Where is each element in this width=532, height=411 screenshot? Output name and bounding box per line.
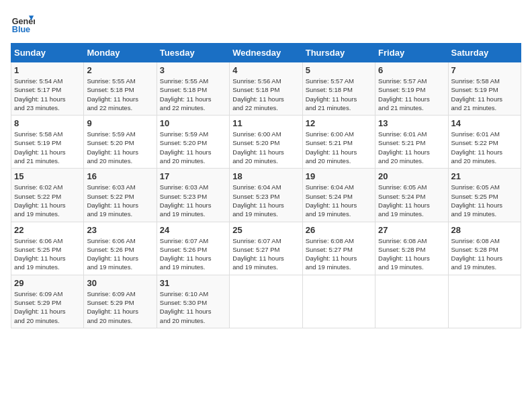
calendar-cell: 24Sunrise: 6:07 AMSunset: 5:26 PMDayligh… xyxy=(157,222,229,275)
day-number: 3 xyxy=(160,65,226,75)
calendar-week-4: 22Sunrise: 6:06 AMSunset: 5:25 PMDayligh… xyxy=(11,222,521,275)
calendar-week-5: 29Sunrise: 6:09 AMSunset: 5:29 PMDayligh… xyxy=(11,275,521,328)
day-number: 13 xyxy=(378,118,445,128)
day-number: 21 xyxy=(451,171,518,181)
day-number: 25 xyxy=(232,225,299,235)
day-info: Sunrise: 5:56 AMSunset: 5:18 PMDaylight:… xyxy=(232,77,299,112)
day-info: Sunrise: 6:09 AMSunset: 5:29 PMDaylight:… xyxy=(14,289,81,325)
day-number: 9 xyxy=(87,118,153,128)
day-number: 17 xyxy=(160,171,226,181)
day-number: 20 xyxy=(378,171,445,181)
day-info: Sunrise: 5:57 AMSunset: 5:18 PMDaylight:… xyxy=(306,77,372,112)
day-number: 12 xyxy=(306,118,372,128)
day-info: Sunrise: 6:00 AMSunset: 5:21 PMDaylight:… xyxy=(306,130,372,165)
day-number: 16 xyxy=(87,171,153,181)
calendar-cell: 4Sunrise: 5:56 AMSunset: 5:18 PMDaylight… xyxy=(230,62,302,116)
calendar-cell: 26Sunrise: 6:08 AMSunset: 5:27 PMDayligh… xyxy=(302,222,375,275)
calendar-cell: 3Sunrise: 5:55 AMSunset: 5:18 PMDaylight… xyxy=(157,62,229,116)
calendar-cell: 14Sunrise: 6:01 AMSunset: 5:22 PMDayligh… xyxy=(448,116,521,169)
calendar-cell: 20Sunrise: 6:05 AMSunset: 5:24 PMDayligh… xyxy=(375,169,448,222)
day-info: Sunrise: 6:02 AMSunset: 5:22 PMDaylight:… xyxy=(14,183,81,218)
calendar-cell: 15Sunrise: 6:02 AMSunset: 5:22 PMDayligh… xyxy=(11,169,84,222)
weekday-header-sunday: Sunday xyxy=(11,44,84,62)
weekday-header-friday: Friday xyxy=(375,44,448,62)
weekday-header-tuesday: Tuesday xyxy=(157,44,229,62)
day-info: Sunrise: 5:58 AMSunset: 5:19 PMDaylight:… xyxy=(14,130,81,165)
calendar-cell: 7Sunrise: 5:58 AMSunset: 5:19 PMDaylight… xyxy=(448,62,521,116)
day-number: 29 xyxy=(14,278,81,288)
calendar-cell: 8Sunrise: 5:58 AMSunset: 5:19 PMDaylight… xyxy=(11,116,84,169)
day-number: 22 xyxy=(14,225,81,235)
day-info: Sunrise: 6:08 AMSunset: 5:28 PMDaylight:… xyxy=(378,236,445,272)
day-info: Sunrise: 6:07 AMSunset: 5:26 PMDaylight:… xyxy=(160,236,226,272)
day-number: 27 xyxy=(378,225,445,235)
logo-icon: General Blue xyxy=(11,11,35,35)
day-number: 11 xyxy=(232,118,299,128)
day-number: 1 xyxy=(14,65,81,75)
day-info: Sunrise: 6:06 AMSunset: 5:26 PMDaylight:… xyxy=(87,236,153,272)
day-number: 4 xyxy=(232,65,299,75)
day-info: Sunrise: 5:55 AMSunset: 5:18 PMDaylight:… xyxy=(160,77,226,112)
calendar-week-2: 8Sunrise: 5:58 AMSunset: 5:19 PMDaylight… xyxy=(11,116,521,169)
calendar-cell: 16Sunrise: 6:03 AMSunset: 5:22 PMDayligh… xyxy=(84,169,157,222)
day-info: Sunrise: 5:59 AMSunset: 5:20 PMDaylight:… xyxy=(160,130,226,165)
calendar-week-1: 1Sunrise: 5:54 AMSunset: 5:17 PMDaylight… xyxy=(11,62,521,116)
calendar-cell: 11Sunrise: 6:00 AMSunset: 5:20 PMDayligh… xyxy=(230,116,302,169)
calendar-cell: 9Sunrise: 5:59 AMSunset: 5:20 PMDaylight… xyxy=(84,116,157,169)
weekday-header-thursday: Thursday xyxy=(302,44,375,62)
calendar-cell xyxy=(302,275,375,328)
calendar-cell: 1Sunrise: 5:54 AMSunset: 5:17 PMDaylight… xyxy=(11,62,84,116)
calendar-table: SundayMondayTuesdayWednesdayThursdayFrid… xyxy=(11,43,521,328)
calendar-cell: 2Sunrise: 5:55 AMSunset: 5:18 PMDaylight… xyxy=(84,62,157,116)
calendar-cell: 28Sunrise: 6:08 AMSunset: 5:28 PMDayligh… xyxy=(448,222,521,275)
day-number: 15 xyxy=(14,171,81,181)
calendar-cell xyxy=(375,275,448,328)
day-number: 19 xyxy=(306,171,372,181)
calendar-week-3: 15Sunrise: 6:02 AMSunset: 5:22 PMDayligh… xyxy=(11,169,521,222)
day-info: Sunrise: 5:55 AMSunset: 5:18 PMDaylight:… xyxy=(87,77,153,112)
calendar-cell: 13Sunrise: 6:01 AMSunset: 5:21 PMDayligh… xyxy=(375,116,448,169)
day-info: Sunrise: 6:05 AMSunset: 5:25 PMDaylight:… xyxy=(451,183,518,218)
logo: General Blue xyxy=(11,11,35,35)
day-number: 10 xyxy=(160,118,226,128)
calendar-cell: 19Sunrise: 6:04 AMSunset: 5:24 PMDayligh… xyxy=(302,169,375,222)
calendar-cell: 5Sunrise: 5:57 AMSunset: 5:18 PMDaylight… xyxy=(302,62,375,116)
calendar-cell: 10Sunrise: 5:59 AMSunset: 5:20 PMDayligh… xyxy=(157,116,229,169)
day-info: Sunrise: 6:09 AMSunset: 5:29 PMDaylight:… xyxy=(87,289,153,325)
day-info: Sunrise: 6:03 AMSunset: 5:23 PMDaylight:… xyxy=(160,183,226,218)
day-number: 8 xyxy=(14,118,81,128)
svg-text:Blue: Blue xyxy=(12,25,30,34)
day-number: 26 xyxy=(306,225,372,235)
calendar-cell: 25Sunrise: 6:07 AMSunset: 5:27 PMDayligh… xyxy=(230,222,302,275)
day-number: 31 xyxy=(160,278,226,288)
day-number: 7 xyxy=(451,65,518,75)
day-number: 24 xyxy=(160,225,226,235)
day-info: Sunrise: 5:57 AMSunset: 5:19 PMDaylight:… xyxy=(378,77,445,112)
calendar-cell: 12Sunrise: 6:00 AMSunset: 5:21 PMDayligh… xyxy=(302,116,375,169)
day-info: Sunrise: 6:01 AMSunset: 5:22 PMDaylight:… xyxy=(451,130,518,165)
day-number: 2 xyxy=(87,65,153,75)
day-info: Sunrise: 6:08 AMSunset: 5:28 PMDaylight:… xyxy=(451,236,518,272)
day-info: Sunrise: 6:08 AMSunset: 5:27 PMDaylight:… xyxy=(306,236,372,272)
calendar-cell: 30Sunrise: 6:09 AMSunset: 5:29 PMDayligh… xyxy=(84,275,157,328)
day-info: Sunrise: 6:10 AMSunset: 5:30 PMDaylight:… xyxy=(160,289,226,325)
day-number: 28 xyxy=(451,225,518,235)
calendar-cell: 29Sunrise: 6:09 AMSunset: 5:29 PMDayligh… xyxy=(11,275,84,328)
day-number: 23 xyxy=(87,225,153,235)
day-info: Sunrise: 6:03 AMSunset: 5:22 PMDaylight:… xyxy=(87,183,153,218)
calendar-cell: 31Sunrise: 6:10 AMSunset: 5:30 PMDayligh… xyxy=(157,275,229,328)
day-info: Sunrise: 6:04 AMSunset: 5:23 PMDaylight:… xyxy=(232,183,299,218)
calendar-cell: 6Sunrise: 5:57 AMSunset: 5:19 PMDaylight… xyxy=(375,62,448,116)
day-info: Sunrise: 6:05 AMSunset: 5:24 PMDaylight:… xyxy=(378,183,445,218)
day-info: Sunrise: 6:04 AMSunset: 5:24 PMDaylight:… xyxy=(306,183,372,218)
page-header: General Blue xyxy=(11,11,521,35)
calendar-cell: 18Sunrise: 6:04 AMSunset: 5:23 PMDayligh… xyxy=(230,169,302,222)
day-info: Sunrise: 6:06 AMSunset: 5:25 PMDaylight:… xyxy=(14,236,81,272)
day-number: 14 xyxy=(451,118,518,128)
calendar-cell xyxy=(448,275,521,328)
day-number: 5 xyxy=(306,65,372,75)
day-info: Sunrise: 6:07 AMSunset: 5:27 PMDaylight:… xyxy=(232,236,299,272)
weekday-header-monday: Monday xyxy=(84,44,157,62)
calendar-cell: 27Sunrise: 6:08 AMSunset: 5:28 PMDayligh… xyxy=(375,222,448,275)
day-number: 30 xyxy=(87,278,153,288)
